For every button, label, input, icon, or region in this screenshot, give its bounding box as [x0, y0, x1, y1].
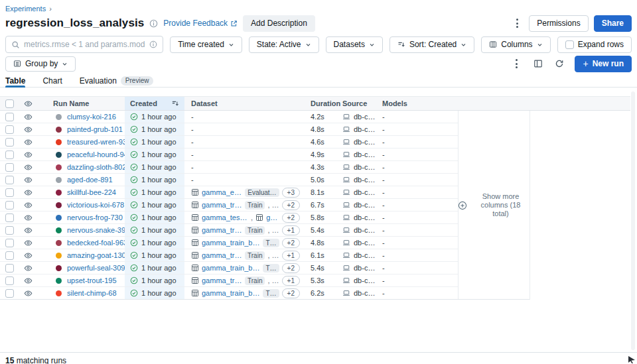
- row-checkbox[interactable]: [5, 201, 14, 210]
- experiment-info-icon[interactable]: [149, 19, 158, 28]
- row-visibility-toggle[interactable]: [19, 262, 37, 274]
- column-header-source[interactable]: Source: [338, 97, 377, 110]
- columns-selector[interactable]: Columns: [481, 36, 550, 53]
- dataset-more-pill[interactable]: +2: [282, 200, 300, 210]
- row-checkbox[interactable]: [5, 138, 14, 147]
- dataset-more-pill[interactable]: +2: [282, 238, 300, 248]
- dataset-link[interactable]: gamma_train (b06b137d): [202, 276, 242, 284]
- run-name-link[interactable]: nervous-frog-730: [67, 213, 123, 221]
- table-overflow-menu-icon[interactable]: [510, 56, 523, 71]
- source-link[interactable]: db-chen…: [354, 138, 377, 146]
- row-visibility-toggle[interactable]: [19, 287, 37, 299]
- dataset-more-pill[interactable]: +2: [282, 263, 300, 273]
- dataset-more-pill[interactable]: +1: [282, 225, 300, 235]
- tab-table[interactable]: Table: [5, 74, 25, 87]
- permissions-button[interactable]: Permissions: [529, 15, 588, 32]
- run-name-link[interactable]: bedecked-foal-963: [67, 239, 125, 247]
- dataset-link[interactable]: gamma_eval (80038a42): [202, 188, 242, 196]
- run-name-link[interactable]: victorious-koi-678: [67, 201, 124, 209]
- source-link[interactable]: db-chen…: [354, 276, 377, 284]
- row-visibility-toggle[interactable]: [19, 123, 37, 135]
- add-description-button[interactable]: Add Description: [243, 15, 315, 32]
- search-input[interactable]: [24, 40, 145, 49]
- share-button[interactable]: Share: [594, 15, 632, 32]
- dataset-more-pill[interactable]: +2: [282, 213, 300, 223]
- row-visibility-toggle[interactable]: [19, 199, 37, 211]
- row-checkbox[interactable]: [5, 289, 14, 298]
- run-name-link[interactable]: amazing-goat-130: [67, 251, 125, 259]
- dataset-link[interactable]: gam…: [266, 213, 279, 221]
- run-name-link[interactable]: dazzling-sloth-802: [67, 163, 125, 171]
- row-checkbox[interactable]: [5, 251, 14, 260]
- row-visibility-toggle[interactable]: [19, 249, 37, 261]
- row-visibility-toggle[interactable]: [19, 161, 37, 173]
- source-link[interactable]: db-chen…: [354, 125, 377, 133]
- time-created-filter[interactable]: Time created: [170, 36, 242, 53]
- search-box[interactable]: [5, 36, 163, 53]
- source-link[interactable]: db-chen…: [354, 251, 377, 259]
- row-visibility-toggle[interactable]: [19, 149, 37, 160]
- run-name-link[interactable]: clumsy-koi-216: [67, 113, 116, 121]
- dataset-more-pill[interactable]: +2: [282, 288, 300, 298]
- row-checkbox[interactable]: [5, 276, 14, 285]
- breadcrumb-experiments-link[interactable]: Experiments: [5, 5, 46, 13]
- row-checkbox[interactable]: [5, 213, 14, 222]
- row-visibility-toggle[interactable]: [19, 186, 37, 198]
- source-link[interactable]: db-chen…: [354, 176, 377, 184]
- row-visibility-toggle[interactable]: [19, 212, 37, 223]
- column-header-run-name[interactable]: Run Name: [37, 97, 125, 110]
- row-checkbox[interactable]: [5, 176, 14, 184]
- tab-evaluation[interactable]: Evaluation Preview: [80, 74, 154, 87]
- source-link[interactable]: db-chen…: [354, 239, 377, 247]
- run-name-link[interactable]: powerful-seal-309: [67, 264, 125, 272]
- column-header-duration[interactable]: Duration: [305, 97, 338, 110]
- source-link[interactable]: db-chen…: [354, 201, 377, 209]
- row-checkbox[interactable]: [5, 125, 14, 134]
- source-link[interactable]: db-chen…: [354, 264, 377, 272]
- row-visibility-toggle[interactable]: [19, 136, 37, 148]
- dataset-more-pill[interactable]: +3: [282, 188, 300, 198]
- vertical-scrollbar[interactable]: [631, 91, 635, 350]
- state-filter[interactable]: State: Active: [249, 36, 319, 53]
- sort-filter[interactable]: Sort: Created: [389, 36, 474, 53]
- row-checkbox[interactable]: [5, 113, 14, 121]
- row-checkbox[interactable]: [5, 151, 14, 159]
- run-name-link[interactable]: nervous-snake-390: [67, 226, 125, 234]
- dataset-link[interactable]: gamma_train_beta (d5ef20ed): [202, 239, 260, 247]
- column-header-dataset[interactable]: Dataset: [184, 97, 305, 110]
- source-link[interactable]: db-chen…: [354, 113, 377, 121]
- datasets-filter[interactable]: Datasets: [326, 36, 383, 53]
- row-checkbox[interactable]: [5, 226, 14, 235]
- search-info-icon[interactable]: [149, 40, 157, 48]
- new-run-button[interactable]: + New run: [575, 56, 632, 72]
- refresh-icon[interactable]: [553, 58, 565, 70]
- source-link[interactable]: db-chen…: [354, 188, 377, 196]
- dataset-link[interactable]: gamma_test (a071fb47): [202, 213, 248, 221]
- run-name-link[interactable]: peaceful-hound-944: [67, 151, 125, 158]
- dataset-link[interactable]: gamma_train (b06b137d): [202, 251, 242, 259]
- column-header-models[interactable]: Models: [377, 97, 458, 110]
- tab-chart[interactable]: Chart: [42, 74, 62, 87]
- side-panel-icon[interactable]: [532, 58, 544, 70]
- dataset-link[interactable]: gamma_train_beta (d5ef20ed): [202, 289, 260, 297]
- row-visibility-toggle[interactable]: [19, 237, 37, 249]
- provide-feedback-link[interactable]: Provide Feedback: [163, 19, 238, 28]
- sort-order-icon[interactable]: [171, 99, 179, 107]
- source-link[interactable]: db-chen…: [354, 226, 377, 234]
- row-checkbox[interactable]: [5, 188, 14, 197]
- run-name-link[interactable]: treasured-wren-932: [67, 138, 125, 146]
- run-name-link[interactable]: skillful-bee-224: [67, 188, 116, 196]
- run-name-link[interactable]: upset-trout-195: [67, 276, 117, 284]
- expand-rows-checkbox[interactable]: [565, 40, 574, 49]
- dataset-more-pill[interactable]: +1: [282, 251, 300, 261]
- run-name-link[interactable]: aged-doe-891: [67, 176, 113, 184]
- dataset-link[interactable]: gamma_train (b06b137d): [202, 226, 242, 234]
- select-all-checkbox[interactable]: [5, 99, 14, 108]
- source-link[interactable]: db-chen…: [354, 151, 377, 158]
- source-link[interactable]: db-chen…: [354, 213, 377, 221]
- header-overflow-menu-icon[interactable]: [511, 16, 524, 30]
- row-checkbox[interactable]: [5, 264, 14, 273]
- dataset-more-pill[interactable]: +1: [282, 276, 300, 286]
- source-link[interactable]: db-chen…: [354, 163, 377, 171]
- group-by-button[interactable]: Group by: [5, 56, 76, 72]
